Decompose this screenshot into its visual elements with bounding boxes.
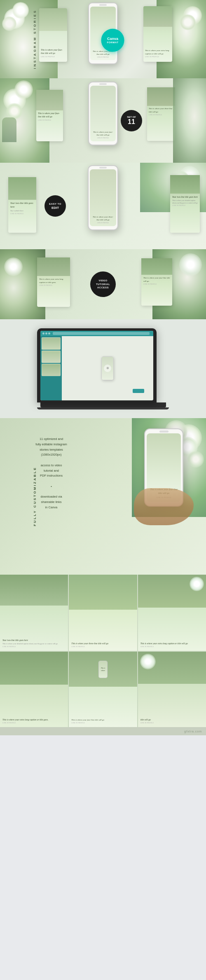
laptop-base <box>40 402 166 407</box>
flower-sm-2 <box>140 654 156 669</box>
phone-link-3: LINK IN PROFILE <box>97 222 109 224</box>
card-link-2: LINK IN PROFILE <box>145 56 171 58</box>
feature-bullet: • <box>51 484 52 488</box>
story-card-s4-1: This is where your extra long caption or… <box>37 257 70 307</box>
flower-decoration <box>12 2 29 19</box>
center-phone-3: This is where your three-line title will… <box>88 165 118 230</box>
bc2-img <box>69 575 137 610</box>
card-img-s3-1 <box>8 177 36 200</box>
section-bottom-cards: Your two-line title goes here This is wh… <box>0 575 206 727</box>
feature-line-4: (1080x1920px) <box>41 453 61 456</box>
action-button <box>133 389 144 393</box>
thumb-1 <box>42 337 61 350</box>
section-instagram-stories: INSTAGRAM STORIES This is where your fou… <box>0 0 206 78</box>
set-number: 11 <box>128 119 135 125</box>
card-image-area-2 <box>143 6 172 27</box>
video-label-2: TUTORIAL <box>96 283 110 286</box>
card-img-s4-1 <box>37 257 70 276</box>
bc3-img <box>138 575 206 608</box>
set-of-11-badge: SET OF 11 <box>121 110 142 131</box>
bc1-img <box>0 575 68 606</box>
laptop-screen-content: ⊕ <box>40 331 153 400</box>
feature-line-10: in Canva <box>45 505 58 509</box>
card-text-area-2: This is where your extra long caption or… <box>145 49 171 58</box>
story-card-s2-2: This is where your three-line title will… <box>147 87 175 141</box>
center-phone-2: This is where your four-line title will … <box>88 82 118 145</box>
card-img-s4-2 <box>141 258 172 275</box>
laptop-canvas: ⊕ <box>62 336 153 400</box>
laptop-wrapper: ⊕ <box>37 328 169 409</box>
phone-notch-2 <box>99 83 107 85</box>
bc5-img: This iswhere <box>69 652 137 687</box>
phone-notch-3 <box>99 167 107 168</box>
phone-text-2: This is where your four-line title will … <box>93 131 113 136</box>
bc2-link: LINK IN PROFILE <box>71 646 134 648</box>
card-img <box>36 90 63 110</box>
toolbar-dot-3 <box>48 332 50 334</box>
card-title: This is where your four-line title will … <box>41 48 66 55</box>
flower-sm <box>190 577 204 591</box>
flower <box>4 257 23 276</box>
laptop-toolbar <box>40 331 153 336</box>
bc2-content: This is where your three-line title will… <box>71 642 134 648</box>
bc4-title: This is where your extra long caption or… <box>2 718 66 721</box>
feature-line-2: fully editable instagram <box>35 442 67 446</box>
bc4-content: This is where your extra long caption or… <box>2 718 66 724</box>
toolbar-dot-2 <box>45 332 47 334</box>
card-content-s3-2: Your two-line title goes here This is wh… <box>170 194 200 208</box>
section-video-tutorial: This is where your extra long caption or… <box>0 249 206 319</box>
bottom-card-5: This iswhere This is where your four-lin… <box>69 652 137 727</box>
bc6-img <box>138 652 206 684</box>
card-s3-1-title: Your two-line title goes here <box>10 201 34 209</box>
laptop-display: ⊕ <box>37 328 157 402</box>
feature-line-9: shareable links <box>41 500 61 504</box>
bc1-title: Your two-line title goes here <box>2 639 66 642</box>
bc1-caption: This is where your detailed caption abou… <box>2 643 66 645</box>
bc2-title: This is where your three-line title will… <box>71 642 134 645</box>
section-set-of-11: This is where your four-line title will … <box>0 78 206 163</box>
thumb-3 <box>42 364 61 376</box>
card-s3-2-caption: This is where your detailed caption abou… <box>172 199 198 204</box>
bc6-link: LINK IN PROFILE <box>140 722 204 724</box>
video-tutorial-badge: VIDEO TUTORIAL ACCESS <box>90 271 116 297</box>
card-s3-2-title: Your two-line title goes here <box>172 195 198 199</box>
phone-text-3: This is where your three-line title will… <box>92 215 114 221</box>
video-label-3: ACCESS <box>97 286 109 289</box>
feature-line-5: access to video <box>41 463 62 467</box>
bottom-card-1: Your two-line title goes here This is wh… <box>0 575 68 651</box>
bc6-title: title will go <box>140 718 204 721</box>
canva-label: Canva <box>107 37 118 41</box>
bc1-content: Your two-line title goes here This is wh… <box>2 639 66 648</box>
easy-label: EASY TO <box>49 202 61 206</box>
card-title-2: This is where your extra long caption or… <box>145 49 171 55</box>
phone-link-2: LINK IN PROFILE <box>97 137 109 139</box>
story-card-2: This is where your extra long caption or… <box>143 6 172 62</box>
canvas-phone-screen: ⊕ <box>102 357 113 380</box>
feature-line-1: 11 optimized and <box>40 437 63 441</box>
card-content-s4-1: This is where your extra long caption or… <box>37 276 70 288</box>
card-s3-1-subtitle: Your subtitle here <box>10 210 34 212</box>
card-title-s2-2: This is where your three-line title will… <box>149 107 173 113</box>
bottom-card-2: This is where your three-line title will… <box>69 575 137 651</box>
edit-label: EDIT <box>52 206 59 210</box>
bc4-img <box>0 652 68 685</box>
bottom-card-3: This is where your extra long caption or… <box>138 575 206 651</box>
story-card-1: This is where your four-line title will … <box>39 8 67 62</box>
laptop-content-area: ⊕ <box>40 336 153 400</box>
card-s3-1-link: LINK IN PROFILE <box>10 213 34 215</box>
watermark-text: gfxtra.com <box>184 730 202 733</box>
card-s4-2-link: LINK IN PROFILE <box>143 283 170 285</box>
video-label-1: VIDEO <box>98 279 107 282</box>
card-s4-2-text: This is where your four-line title will … <box>143 276 170 283</box>
feature-line-8: downloaded via <box>40 495 62 498</box>
features-text: 11 optimized and fully editable instagra… <box>13 437 89 510</box>
flower-decoration <box>180 14 196 30</box>
flower <box>187 451 204 468</box>
bc1-link: LINK IN PROFILE <box>2 646 66 648</box>
bottom-card-6: title will go LINK IN PROFILE <box>138 652 206 727</box>
flowers-right-2 <box>173 78 206 163</box>
card-img-r <box>147 87 175 106</box>
card-text: This is where your four-line title will … <box>36 110 63 122</box>
canvas-icon: ⊕ <box>104 365 111 372</box>
stem <box>2 117 16 142</box>
